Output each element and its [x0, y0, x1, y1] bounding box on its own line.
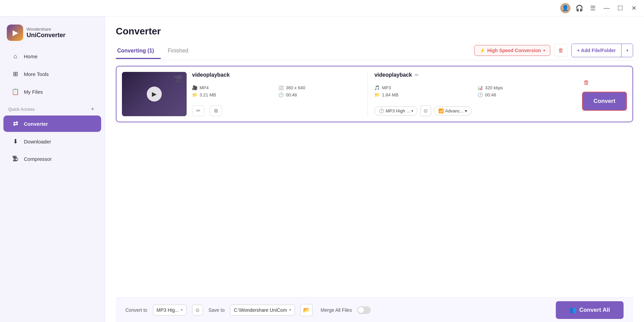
user-avatar[interactable]: 👤: [560, 3, 570, 13]
sidebar-item-downloader-label: Downloader: [24, 139, 51, 144]
sidebar-item-compressor-label: Compressor: [24, 156, 52, 162]
merge-all-label: Merge All Files: [321, 307, 352, 313]
sidebar-item-home[interactable]: ⌂ Home: [3, 48, 101, 64]
close-button[interactable]: ✕: [629, 3, 639, 13]
convert-to-settings-button[interactable]: ⊙: [192, 305, 203, 316]
quick-access-add-button[interactable]: +: [89, 105, 96, 113]
target-duration-row: 🕐 00:48: [477, 92, 577, 97]
downloader-icon: ⬇: [12, 138, 19, 145]
target-size: 1.84 MB: [382, 92, 398, 97]
high-speed-chevron-icon: ▾: [543, 48, 545, 53]
source-duration-row: 🕐 00:48: [278, 92, 360, 97]
target-bitrate-row: 📊 320 kbps: [477, 85, 577, 90]
target-settings-button[interactable]: ⊙: [420, 105, 431, 116]
quick-access-label: Quick Access: [8, 107, 35, 112]
save-to-folder-button[interactable]: 📂: [300, 304, 313, 316]
app-logo-icon: ▶: [7, 25, 23, 41]
target-audio-icon: 🎵: [374, 85, 380, 90]
copy-icon: ⧉: [214, 108, 218, 114]
sidebar-item-more-tools[interactable]: ⊞ More Tools: [3, 66, 101, 82]
page-title: Converter: [116, 26, 633, 37]
thumbnail-play-button[interactable]: ▶: [147, 87, 162, 102]
my-files-icon: 📋: [12, 88, 19, 95]
converter-icon: ⇄: [12, 120, 19, 127]
save-to-value: C:\Wondershare UniCom: [234, 307, 287, 313]
delete-card-button[interactable]: 🗑: [582, 78, 591, 88]
save-to-selector[interactable]: C:\Wondershare UniCom ▾: [230, 305, 295, 316]
menu-icon[interactable]: ☰: [588, 3, 598, 13]
titlebar: 👤 🎧 ☰ — ☐ ✕: [0, 0, 644, 16]
convert-to-settings-icon: ⊙: [195, 307, 200, 313]
clock-icon: 🕐: [278, 92, 284, 97]
add-file-dropdown[interactable]: ▾: [621, 44, 633, 57]
logo-text: Wondershare UniConverter: [27, 27, 65, 39]
toolbar-right: ⚡ High Speed Conversion ▾ 🗑 + Add File/F…: [474, 44, 633, 60]
resolution-icon: ⬜: [278, 85, 284, 90]
target-folder-icon: 📁: [374, 92, 380, 97]
sidebar-item-converter-label: Converter: [24, 121, 48, 127]
source-actions: ✂ ⧉: [192, 105, 360, 116]
delete-all-button[interactable]: 🗑: [554, 44, 567, 57]
add-file-button[interactable]: + Add File/Folder ▾: [571, 44, 633, 57]
target-size-row: 📁 1.84 MB: [374, 92, 473, 97]
sidebar-item-compressor[interactable]: 🗜 Compressor: [3, 151, 101, 167]
trash-icon: 🗑: [558, 47, 564, 53]
headset-icon[interactable]: 🎧: [575, 3, 584, 13]
tab-finished[interactable]: Finished: [166, 45, 195, 59]
product-name: UniConverter: [27, 32, 65, 39]
merge-toggle[interactable]: [357, 306, 371, 314]
source-meta: 🎥 MP4 ⬜ 360 x 640 📁 3.21 MB 🕐: [192, 85, 360, 97]
sidebar-item-my-files[interactable]: 📋 My Files: [3, 83, 101, 100]
edit-icon[interactable]: ✏: [415, 72, 419, 78]
quality-value: MP3 High ...: [386, 108, 410, 113]
sidebar-item-more-tools-label: More Tools: [24, 71, 49, 77]
minimize-button[interactable]: —: [602, 3, 611, 13]
target-format: MP3: [382, 85, 391, 90]
target-settings-icon: ⊙: [424, 108, 428, 113]
save-to-label: Save to: [208, 307, 224, 313]
source-size: 3.21 MB: [200, 92, 216, 97]
app-body: ▶ Wondershare UniConverter ⌂ Home ⊞ More…: [0, 16, 644, 322]
sidebar-item-downloader[interactable]: ⬇ Downloader: [3, 133, 101, 150]
folder-icon: 📁: [192, 92, 198, 97]
brand-name: Wondershare: [27, 27, 65, 32]
target-name-row: videoplayback ✏: [374, 72, 576, 78]
card-trash-icon: 🗑: [583, 79, 590, 86]
maximize-button[interactable]: ☐: [615, 3, 625, 13]
sidebar-item-home-label: Home: [24, 53, 37, 59]
bottom-bar: Convert to MP3 Hig... ▾ ⊙ Save to C:\Won…: [116, 297, 633, 322]
tab-converting[interactable]: Converting (1): [116, 45, 161, 59]
logo-area: ▶ Wondershare UniConverter: [0, 22, 105, 48]
sidebar: ▶ Wondershare UniConverter ⌂ Home ⊞ More…: [0, 16, 105, 322]
convert-all-button[interactable]: 👥 Convert All: [556, 301, 624, 319]
source-size-row: 📁 3.21 MB: [192, 92, 274, 97]
tabs: Converting (1) Finished: [116, 45, 201, 59]
quality-selector[interactable]: 🕐 MP3 High ... ▾: [374, 106, 418, 116]
advanced-label: Advanc...: [445, 108, 464, 113]
file-thumbnail[interactable]: 🎬 ▶: [122, 72, 187, 116]
compressor-icon: 🗜: [12, 155, 19, 163]
target-format-row: 🎵 MP3: [374, 85, 473, 90]
convert-all-icon: 👥: [569, 306, 577, 313]
copy-button[interactable]: ⧉: [210, 105, 222, 116]
high-speed-button[interactable]: ⚡ High Speed Conversion ▾: [474, 45, 550, 56]
sidebar-item-converter[interactable]: ⇄ Converter: [3, 116, 101, 132]
source-filename: videoplayback: [192, 72, 360, 78]
scissors-button[interactable]: ✂: [192, 105, 204, 116]
advanced-button[interactable]: 📶 Advanc... ▾: [434, 106, 472, 116]
target-bitrate-icon: 📊: [477, 85, 483, 90]
sidebar-item-my-files-label: My Files: [24, 89, 43, 95]
more-tools-icon: ⊞: [12, 70, 19, 78]
quality-clock-icon: 🕐: [379, 108, 384, 113]
convert-to-value: MP3 Hig...: [157, 307, 179, 313]
film-icon: 🎬: [173, 75, 183, 84]
convert-to-selector[interactable]: MP3 Hig... ▾: [153, 305, 187, 316]
quick-access-section: Quick Access +: [0, 101, 105, 115]
add-file-main[interactable]: + Add File/Folder: [572, 45, 621, 56]
target-clock-icon: 🕐: [477, 92, 483, 97]
add-file-label: + Add File/Folder: [577, 48, 616, 53]
toggle-knob: [358, 307, 364, 313]
target-bitrate: 320 kbps: [485, 85, 503, 90]
main-content: Converter Converting (1) Finished ⚡ High…: [105, 16, 644, 322]
convert-button[interactable]: Convert: [582, 92, 627, 111]
